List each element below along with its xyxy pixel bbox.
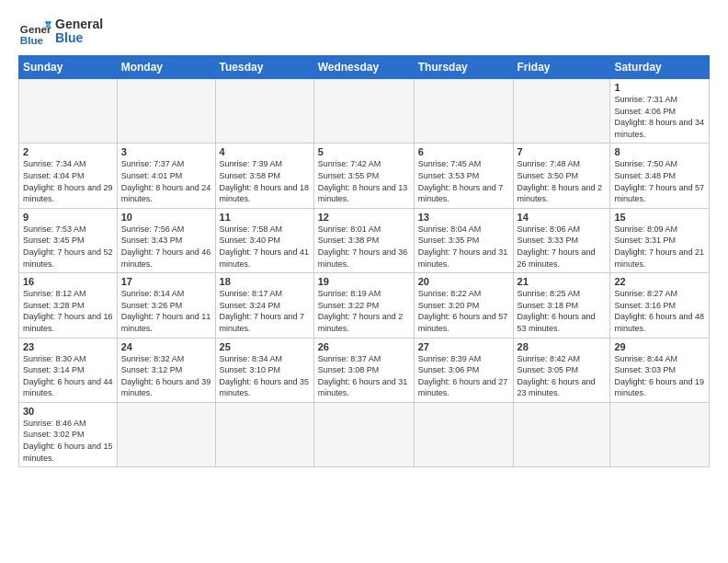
day-info: Sunrise: 8:46 AM Sunset: 3:02 PM Dayligh… [23, 418, 113, 464]
calendar-cell: 1Sunrise: 7:31 AM Sunset: 4:06 PM Daylig… [610, 79, 710, 144]
day-info: Sunrise: 8:34 AM Sunset: 3:10 PM Dayligh… [220, 353, 310, 399]
day-number: 13 [418, 212, 509, 223]
calendar-cell [215, 79, 313, 144]
day-info: Sunrise: 8:19 AM Sunset: 3:22 PM Dayligh… [318, 288, 410, 334]
day-number: 23 [23, 341, 113, 352]
day-info: Sunrise: 7:39 AM Sunset: 3:58 PM Dayligh… [220, 158, 310, 204]
calendar-cell [215, 402, 313, 466]
calendar-cell [414, 79, 513, 144]
calendar-cell: 27Sunrise: 8:39 AM Sunset: 3:06 PM Dayli… [414, 338, 513, 402]
calendar-cell: 7Sunrise: 7:48 AM Sunset: 3:50 PM Daylig… [513, 144, 610, 208]
calendar-cell: 12Sunrise: 8:01 AM Sunset: 3:38 PM Dayli… [313, 208, 414, 272]
day-info: Sunrise: 7:58 AM Sunset: 3:40 PM Dayligh… [220, 224, 310, 270]
day-number: 28 [518, 341, 607, 352]
calendar-cell: 2Sunrise: 7:34 AM Sunset: 4:04 PM Daylig… [19, 144, 118, 208]
calendar-cell [117, 79, 215, 144]
col-header-monday: Monday [117, 56, 215, 79]
day-info: Sunrise: 8:39 AM Sunset: 3:06 PM Dayligh… [418, 353, 509, 399]
day-number: 24 [121, 341, 211, 352]
calendar-cell [414, 402, 513, 466]
day-number: 18 [220, 276, 310, 287]
calendar-cell: 24Sunrise: 8:32 AM Sunset: 3:12 PM Dayli… [117, 338, 215, 402]
day-info: Sunrise: 7:37 AM Sunset: 4:01 PM Dayligh… [121, 158, 211, 204]
logo-general-text: General [55, 17, 103, 31]
day-info: Sunrise: 8:32 AM Sunset: 3:12 PM Dayligh… [121, 353, 211, 399]
calendar: SundayMondayTuesdayWednesdayThursdayFrid… [18, 55, 710, 467]
day-number: 11 [220, 212, 310, 223]
day-info: Sunrise: 8:01 AM Sunset: 3:38 PM Dayligh… [318, 224, 410, 270]
calendar-cell: 6Sunrise: 7:45 AM Sunset: 3:53 PM Daylig… [414, 144, 513, 208]
header: General Blue General Blue [18, 15, 710, 48]
calendar-cell: 11Sunrise: 7:58 AM Sunset: 3:40 PM Dayli… [215, 208, 313, 272]
day-number: 20 [418, 276, 509, 287]
day-number: 26 [318, 341, 410, 352]
day-number: 9 [23, 212, 113, 223]
calendar-cell: 17Sunrise: 8:14 AM Sunset: 3:26 PM Dayli… [117, 273, 215, 338]
day-info: Sunrise: 8:12 AM Sunset: 3:28 PM Dayligh… [23, 288, 113, 334]
day-info: Sunrise: 8:30 AM Sunset: 3:14 PM Dayligh… [23, 353, 113, 399]
page: General Blue General Blue SundayMondayTu… [0, 0, 728, 563]
day-info: Sunrise: 7:45 AM Sunset: 3:53 PM Dayligh… [418, 158, 509, 204]
calendar-cell: 25Sunrise: 8:34 AM Sunset: 3:10 PM Dayli… [215, 338, 313, 402]
day-info: Sunrise: 8:17 AM Sunset: 3:24 PM Dayligh… [220, 288, 310, 334]
day-number: 10 [121, 212, 211, 223]
day-number: 17 [121, 276, 211, 287]
logo: General Blue General Blue [18, 15, 103, 48]
day-info: Sunrise: 7:42 AM Sunset: 3:55 PM Dayligh… [318, 158, 410, 204]
col-header-saturday: Saturday [610, 56, 710, 79]
calendar-cell [610, 402, 710, 466]
day-number: 2 [23, 146, 113, 157]
day-number: 14 [518, 212, 607, 223]
day-info: Sunrise: 8:27 AM Sunset: 3:16 PM Dayligh… [614, 288, 705, 334]
day-number: 16 [23, 276, 113, 287]
day-number: 29 [614, 341, 705, 352]
col-header-friday: Friday [513, 56, 610, 79]
day-info: Sunrise: 8:09 AM Sunset: 3:31 PM Dayligh… [614, 224, 705, 270]
calendar-cell [313, 79, 414, 144]
day-info: Sunrise: 7:48 AM Sunset: 3:50 PM Dayligh… [518, 158, 607, 204]
calendar-cell: 18Sunrise: 8:17 AM Sunset: 3:24 PM Dayli… [215, 273, 313, 338]
day-number: 30 [23, 406, 113, 417]
calendar-cell [513, 79, 610, 144]
day-number: 27 [418, 341, 509, 352]
day-info: Sunrise: 8:06 AM Sunset: 3:33 PM Dayligh… [518, 224, 607, 270]
day-number: 19 [318, 276, 410, 287]
day-number: 12 [318, 212, 410, 223]
day-number: 7 [518, 146, 607, 157]
day-info: Sunrise: 7:53 AM Sunset: 3:45 PM Dayligh… [23, 224, 113, 270]
day-info: Sunrise: 8:42 AM Sunset: 3:05 PM Dayligh… [518, 353, 607, 399]
calendar-cell: 19Sunrise: 8:19 AM Sunset: 3:22 PM Dayli… [313, 273, 414, 338]
calendar-cell: 3Sunrise: 7:37 AM Sunset: 4:01 PM Daylig… [117, 144, 215, 208]
day-info: Sunrise: 8:25 AM Sunset: 3:18 PM Dayligh… [518, 288, 607, 334]
col-header-tuesday: Tuesday [215, 56, 313, 79]
day-info: Sunrise: 8:44 AM Sunset: 3:03 PM Dayligh… [614, 353, 705, 399]
calendar-cell: 30Sunrise: 8:46 AM Sunset: 3:02 PM Dayli… [19, 402, 118, 466]
day-number: 25 [220, 341, 310, 352]
col-header-wednesday: Wednesday [313, 56, 414, 79]
calendar-cell: 20Sunrise: 8:22 AM Sunset: 3:20 PM Dayli… [414, 273, 513, 338]
calendar-cell: 5Sunrise: 7:42 AM Sunset: 3:55 PM Daylig… [313, 144, 414, 208]
calendar-cell: 14Sunrise: 8:06 AM Sunset: 3:33 PM Dayli… [513, 208, 610, 272]
day-number: 4 [220, 146, 310, 157]
calendar-cell [513, 402, 610, 466]
day-number: 5 [318, 146, 410, 157]
calendar-cell: 22Sunrise: 8:27 AM Sunset: 3:16 PM Dayli… [610, 273, 710, 338]
calendar-cell: 10Sunrise: 7:56 AM Sunset: 3:43 PM Dayli… [117, 208, 215, 272]
logo-icon: General Blue [18, 15, 51, 48]
calendar-cell: 4Sunrise: 7:39 AM Sunset: 3:58 PM Daylig… [215, 144, 313, 208]
day-number: 6 [418, 146, 509, 157]
calendar-cell: 26Sunrise: 8:37 AM Sunset: 3:08 PM Dayli… [313, 338, 414, 402]
day-number: 22 [614, 276, 705, 287]
calendar-cell: 23Sunrise: 8:30 AM Sunset: 3:14 PM Dayli… [19, 338, 118, 402]
day-info: Sunrise: 7:56 AM Sunset: 3:43 PM Dayligh… [121, 224, 211, 270]
calendar-cell: 29Sunrise: 8:44 AM Sunset: 3:03 PM Dayli… [610, 338, 710, 402]
day-number: 3 [121, 146, 211, 157]
calendar-cell: 8Sunrise: 7:50 AM Sunset: 3:48 PM Daylig… [610, 144, 710, 208]
calendar-cell: 16Sunrise: 8:12 AM Sunset: 3:28 PM Dayli… [19, 273, 118, 338]
day-info: Sunrise: 7:34 AM Sunset: 4:04 PM Dayligh… [23, 158, 113, 204]
day-info: Sunrise: 7:31 AM Sunset: 4:06 PM Dayligh… [614, 94, 705, 140]
col-header-sunday: Sunday [19, 56, 118, 79]
day-number: 8 [614, 146, 705, 157]
day-info: Sunrise: 8:14 AM Sunset: 3:26 PM Dayligh… [121, 288, 211, 334]
day-number: 15 [614, 212, 705, 223]
